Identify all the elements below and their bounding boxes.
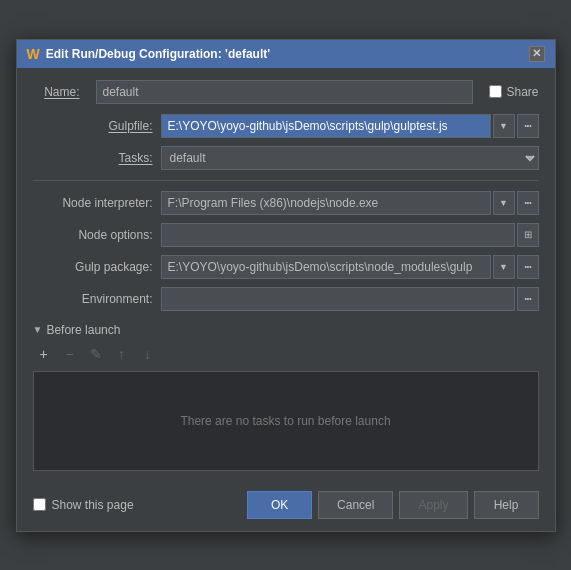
buttons-row: OK Cancel Apply Help — [247, 491, 538, 519]
tasks-row: Tasks: default — [33, 146, 539, 170]
environment-input[interactable] — [161, 287, 515, 311]
title-bar: W Edit Run/Debug Configuration: 'default… — [17, 40, 555, 68]
collapse-icon: ▼ — [33, 324, 43, 335]
gulp-package-browse-btn[interactable]: ··· — [517, 255, 539, 279]
show-page-checkbox[interactable] — [33, 498, 46, 511]
gulpfile-row: Gulpfile: ▼ ··· — [33, 114, 539, 138]
tasks-empty-message: There are no tasks to run before launch — [180, 414, 390, 428]
share-section: Share — [489, 85, 538, 99]
cancel-button[interactable]: Cancel — [318, 491, 393, 519]
show-page-label: Show this page — [52, 498, 134, 512]
apply-button[interactable]: Apply — [399, 491, 467, 519]
node-interpreter-input[interactable] — [161, 191, 491, 215]
gulp-package-row: Gulp package: ▼ ··· — [33, 255, 539, 279]
tasks-select[interactable]: default — [161, 146, 539, 170]
node-options-label: Node options: — [33, 228, 153, 242]
tasks-select-wrapper: default — [161, 146, 539, 170]
dropdown-arrow-icon2: ▼ — [499, 198, 508, 208]
gulp-package-input-group: ▼ ··· — [161, 255, 539, 279]
gulpfile-input[interactable] — [161, 114, 491, 138]
ok-button[interactable]: OK — [247, 491, 312, 519]
gulp-package-dropdown-btn[interactable]: ▼ — [493, 255, 515, 279]
environment-browse-btn[interactable]: ··· — [517, 287, 539, 311]
gulpfile-label: Gulpfile: — [33, 119, 153, 133]
dots-icon: ··· — [524, 119, 531, 133]
node-options-row: Node options: ⊞ — [33, 223, 539, 247]
node-interpreter-label: Node interpreter: — [33, 196, 153, 210]
gulpfile-dropdown-btn[interactable]: ▼ — [493, 114, 515, 138]
node-interpreter-dropdown-btn[interactable]: ▼ — [493, 191, 515, 215]
share-label: Share — [506, 85, 538, 99]
show-page-row: Show this page — [33, 498, 240, 512]
edit-task-button[interactable]: ✎ — [85, 343, 107, 365]
before-launch-section: ▼ Before launch + − ✎ ↑ ↓ There are no t… — [33, 323, 539, 471]
app-icon: W — [27, 46, 40, 62]
name-input[interactable] — [96, 80, 474, 104]
close-button[interactable]: ✕ — [529, 46, 545, 62]
help-button[interactable]: Help — [474, 491, 539, 519]
name-row: Name: Share — [33, 80, 539, 104]
environment-input-group: ··· — [161, 287, 539, 311]
gulpfile-browse-btn[interactable]: ··· — [517, 114, 539, 138]
bottom-row: Show this page OK Cancel Apply Help — [17, 483, 555, 531]
move-down-button[interactable]: ↓ — [137, 343, 159, 365]
node-options-input[interactable] — [161, 223, 515, 247]
dialog-title: Edit Run/Debug Configuration: 'default' — [46, 47, 270, 61]
gulp-package-label: Gulp package: — [33, 260, 153, 274]
dialog-content: Name: Share Gulpfile: ▼ ··· Tasks: — [17, 68, 555, 483]
dropdown-arrow-icon3: ▼ — [499, 262, 508, 272]
before-launch-toolbar: + − ✎ ↑ ↓ — [33, 343, 539, 365]
remove-task-button[interactable]: − — [59, 343, 81, 365]
share-checkbox[interactable] — [489, 85, 502, 98]
dropdown-arrow-icon: ▼ — [499, 121, 508, 131]
environment-row: Environment: ··· — [33, 287, 539, 311]
separator-1 — [33, 180, 539, 181]
add-task-button[interactable]: + — [33, 343, 55, 365]
gulp-package-input[interactable] — [161, 255, 491, 279]
title-bar-left: W Edit Run/Debug Configuration: 'default… — [27, 46, 271, 62]
dots-icon2: ··· — [524, 196, 531, 210]
before-launch-header[interactable]: ▼ Before launch — [33, 323, 539, 337]
gulpfile-input-group: ▼ ··· — [161, 114, 539, 138]
dialog-window: W Edit Run/Debug Configuration: 'default… — [16, 39, 556, 532]
node-options-table-btn[interactable]: ⊞ — [517, 223, 539, 247]
move-up-button[interactable]: ↑ — [111, 343, 133, 365]
dots-icon3: ··· — [524, 260, 531, 274]
node-options-input-group: ⊞ — [161, 223, 539, 247]
tasks-label: Tasks: — [33, 151, 153, 165]
node-interpreter-browse-btn[interactable]: ··· — [517, 191, 539, 215]
before-launch-label: Before launch — [46, 323, 120, 337]
tasks-empty-panel: There are no tasks to run before launch — [33, 371, 539, 471]
table-icon: ⊞ — [524, 229, 532, 240]
environment-label: Environment: — [33, 292, 153, 306]
dots-icon4: ··· — [524, 292, 531, 306]
node-interpreter-input-group: ▼ ··· — [161, 191, 539, 215]
node-interpreter-row: Node interpreter: ▼ ··· — [33, 191, 539, 215]
name-label: Name: — [33, 85, 88, 99]
